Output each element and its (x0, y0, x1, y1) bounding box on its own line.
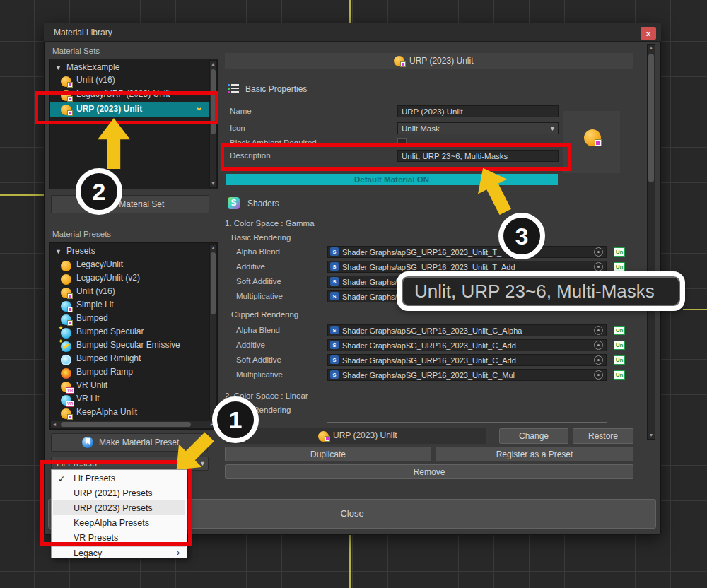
mask-badge-icon (67, 320, 73, 326)
mask-badge-icon (325, 436, 330, 442)
scroll-down-icon[interactable]: ▼ (210, 181, 216, 187)
selected-material-name: URP (2023) Unlit (333, 430, 397, 440)
preset-item[interactable]: Unlit (v16) (76, 286, 115, 296)
shadergraph-icon: s (330, 247, 339, 256)
shadergraph-icon: s (330, 326, 339, 334)
remove-button[interactable]: Remove (225, 464, 633, 479)
specular-spark-icon: ✦ (58, 338, 64, 345)
preset-item[interactable]: VR Unlit (76, 380, 107, 390)
presets-hscroll-thumb[interactable] (61, 422, 191, 427)
close-icon[interactable]: x (641, 27, 656, 40)
shader-object-field[interactable]: Shader Graphs/apSG_URP16_2023_Unlit_C_Al… (327, 324, 607, 336)
shader-object-field[interactable]: Shader Graphs/apSG_URP16_2023_Unlit_C_Mu… (327, 369, 607, 381)
mask-badge-icon (67, 414, 73, 420)
unity-asset-badge-icon[interactable]: Un (614, 326, 625, 335)
mask-badge-icon (67, 307, 73, 312)
step-1-marker: 1 (212, 396, 259, 443)
preset-item[interactable]: Bumped Ramp (76, 367, 133, 377)
unity-asset-badge-icon[interactable]: Un (614, 262, 625, 271)
preset-item[interactable]: Legacy/Unlit (76, 259, 123, 269)
material-sets-label: Material Sets (52, 47, 100, 55)
detail-vscroll-thumb[interactable] (648, 54, 654, 182)
scroll-up-icon[interactable]: ▲ (210, 245, 216, 251)
object-picker-icon[interactable] (594, 247, 603, 257)
object-picker-icon[interactable] (594, 326, 603, 335)
presets-root-item[interactable]: Presets (66, 246, 95, 256)
tree-disclosure-icon[interactable]: ▼ (55, 248, 62, 255)
window-title: Material Library (54, 28, 112, 37)
blue-rim-material-icon (61, 355, 71, 365)
object-picker-icon[interactable] (594, 370, 603, 380)
shader-path: Shader Graphs/apSG_URP16_2023_Unlit_C_Ad… (342, 341, 516, 350)
shader-path: Shader Graphs/apSG_URP16_2023_Unlit_C_Mu… (342, 371, 515, 380)
menu-separator (52, 546, 186, 547)
set-root-item[interactable]: MaskExample (66, 62, 119, 72)
preset-sphere-icon (82, 437, 93, 448)
shader-row-label: Additive (236, 341, 265, 349)
highlight-box-step2 (35, 91, 218, 124)
shader-path: Shader Graphs/a (342, 293, 402, 301)
shader-path: Shader Graphs/apSG_URP16_2023_Unlit_C_Ad… (342, 356, 516, 365)
shader-row-label: Multiplicative (236, 370, 283, 379)
preset-item[interactable]: Bumped Rimlight (76, 353, 141, 363)
object-picker-icon[interactable] (594, 262, 603, 271)
presets-vscroll-thumb[interactable] (211, 252, 216, 314)
highlight-box-step3 (221, 143, 571, 171)
shader-object-field[interactable]: Shader Graphs/apSG_URP16_2023_Unlit_C_Ad… (327, 354, 607, 366)
shaders-icon: S (228, 197, 240, 209)
mask-badge-icon (400, 61, 406, 67)
scroll-left-icon[interactable]: ◄ (52, 422, 57, 428)
preset-item[interactable]: Bumped Specular Emissive (76, 340, 180, 350)
submenu-arrow-icon: › (177, 548, 180, 558)
shader-path: Shader Graphs/apSG_URP16_2023_Unlit_C_Al… (342, 327, 522, 335)
scroll-down-icon[interactable]: ▼ (648, 433, 655, 438)
tree-disclosure-icon[interactable]: ▼ (55, 64, 62, 71)
change-button[interactable]: Change (499, 428, 568, 444)
basic-properties-icon (228, 84, 239, 94)
register-preset-button[interactable]: Register as a Preset (436, 447, 633, 461)
scroll-up-icon[interactable]: ▲ (648, 45, 655, 51)
restore-button[interactable]: Restore (573, 428, 633, 444)
shader-row-label: Soft Additive (236, 355, 281, 364)
object-picker-icon[interactable] (594, 341, 603, 350)
unity-asset-badge-icon[interactable]: Un (614, 247, 625, 257)
name-field[interactable]: URP (2023) Unlit (397, 105, 559, 117)
preset-item[interactable]: KeepAlpha Unlit (76, 407, 137, 417)
name-label: Name (230, 107, 252, 115)
unity-asset-badge-icon[interactable]: Un (614, 355, 625, 365)
callout-text: Unlit, URP 23~6, Multi-Masks (414, 281, 655, 302)
shader-row-label: Multiplicative (236, 292, 283, 300)
shader-object-field[interactable]: Shader Graphs/apSG_URP16_2023_Unlit_C_Ad… (327, 339, 607, 351)
shader-row-label: Additive (236, 262, 265, 271)
unity-asset-badge-icon[interactable]: Un (614, 370, 625, 380)
basic-rendering-label: Basic Rendering (231, 233, 291, 242)
shader-path: Shader Graphs/apSG_URP16_2023_Unlit_T_ (342, 248, 501, 257)
grid-major-vline-top (349, 0, 351, 23)
scroll-up-icon[interactable]: ▲ (210, 61, 216, 67)
default-material-toggle[interactable]: Default Material ON (226, 174, 558, 185)
preset-item[interactable]: Simple Lit (76, 300, 114, 310)
section-divider (327, 422, 607, 423)
shader-path: Shader Graphs/apSG_URP16_2023_Unlit_T_Ad… (342, 263, 515, 271)
object-picker-icon[interactable] (594, 355, 603, 365)
make-material-set-button[interactable]: Make Material Set (51, 195, 209, 213)
menu-item-legacy[interactable]: Legacy (74, 548, 102, 558)
shaders-title: Shaders (247, 199, 279, 208)
icon-dropdown[interactable]: Unlit Mask (397, 122, 559, 134)
shader-row-label: Alpha Blend (236, 326, 280, 334)
preset-item[interactable]: VR Lit (76, 394, 100, 404)
mask-badge-icon (67, 82, 73, 88)
preset-item[interactable]: Legacy/Unlit (v2) (76, 273, 140, 283)
shader-row-label: Alpha Blend (236, 247, 280, 256)
preset-item[interactable]: Bumped (76, 313, 108, 323)
unity-asset-badge-icon[interactable]: Un (614, 341, 625, 350)
shader-object-field[interactable]: Shader Graphs/apSG_URP16_2023_Unlit_T_ (327, 246, 607, 258)
shadergraph-icon: s (330, 292, 339, 300)
set-item[interactable]: Unlit (v16) (76, 75, 115, 85)
preset-item[interactable]: Bumped Specular (76, 327, 144, 336)
mask-badge-icon (595, 139, 602, 146)
icon-label: Icon (230, 124, 245, 132)
highlight-box-step1 (40, 460, 192, 546)
window-titlebar[interactable] (44, 23, 661, 42)
duplicate-button[interactable]: Duplicate (225, 447, 431, 461)
